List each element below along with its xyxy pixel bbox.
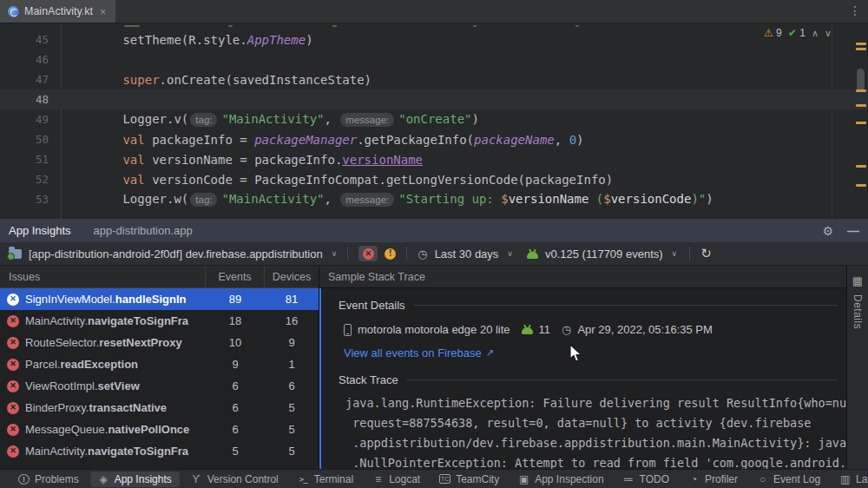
tab-title: MainActivity.kt (24, 5, 93, 17)
tool-window-button-version-control[interactable]: ϒVersion Control (183, 472, 286, 487)
panel-title: App Insights (9, 224, 71, 237)
tab-close-icon[interactable]: × (100, 5, 107, 18)
error-stripe[interactable] (854, 23, 868, 219)
tool-window-button-event-log[interactable]: ○Event Log (749, 472, 828, 487)
toolbar-separator (406, 247, 407, 260)
code-line[interactable]: 45 setTheme(R.style.AppTheme) (0, 30, 868, 49)
issue-row[interactable]: ✕MainActivity.navigateToSignFra1816 (0, 310, 319, 332)
project-folder-icon (9, 249, 22, 259)
time-range-selector[interactable]: Last 30 days (435, 247, 499, 260)
error-filter-icon: ✕ (363, 248, 374, 260)
passed-count: 1 (799, 27, 806, 39)
refresh-icon[interactable]: ↻ (700, 246, 712, 261)
tool-window-button-app-inspection[interactable]: ▣App Inspection (510, 472, 611, 487)
issue-row[interactable]: ✕BinderProxy.transactNative65 (0, 397, 319, 419)
code-line[interactable]: 53 Logger.w(tag:"MainActivity", message:… (0, 189, 868, 209)
tool-window-label: App Inspection (535, 473, 603, 485)
stack-trace-lines: java.lang.RuntimeException: Failure deli… (345, 393, 846, 469)
hide-panel-icon[interactable]: — (847, 224, 859, 238)
code-line[interactable]: 52 val versionCode = PackageInfoCompat.g… (0, 169, 868, 189)
android-icon (527, 252, 538, 259)
android-studio-window: MainActivity.kt × ⋮ 45 setTheme(R.style.… (0, 0, 868, 488)
issue-row[interactable]: ✕MainActivity.navigateToSignFra55 (0, 440, 319, 462)
app-insights-header: App Insights app-distribution.app ⚙ — (0, 219, 868, 242)
stack-trace-line[interactable]: .appdistribution/dev.firebase.appdistrib… (345, 433, 846, 453)
mouse-cursor (569, 344, 583, 363)
stack-pane-content[interactable]: Event Details motorola motorola edge 20 … (319, 288, 846, 469)
tool-window-button-todo[interactable]: ≔TODO (615, 472, 677, 487)
view-events-link[interactable]: View all events on Firebase ↗ (344, 346, 846, 359)
tool-window-button-problems[interactable]: !Problems (10, 472, 87, 487)
phone-icon (344, 324, 352, 336)
stack-trace-line[interactable]: java.lang.RuntimeException: Failure deli… (345, 393, 846, 413)
inspections-widget[interactable]: ⚠ 9 ✔ 1 ∧ ∨ (764, 27, 832, 39)
profiler-icon: ◔ (688, 473, 700, 485)
kotlin-file-icon (8, 6, 19, 17)
issue-row[interactable]: ✕ViewRootImpl.setView66 (0, 375, 319, 397)
tool-window-label: App Insights (115, 473, 172, 485)
app-inspection-icon: ▣ (518, 473, 529, 485)
issues-table: Issues Events Devices ✕SignInViewModel.h… (0, 266, 319, 469)
column-devices[interactable]: Devices (265, 266, 319, 287)
code-lines: 45 setTheme(R.style.AppTheme)4647 super.… (0, 30, 868, 209)
code-line[interactable]: 50 val packageInfo = packageManager.getP… (0, 129, 868, 149)
issue-row[interactable]: ✕MessageQueue.nativePollOnce65 (0, 419, 319, 440)
version-selector[interactable]: v0.125 (117709 events) (545, 247, 663, 260)
section-rule (414, 305, 838, 306)
issue-row[interactable]: ✕RouteSelector.resetNextProxy109 (0, 332, 319, 353)
app-insights-icon: ◈ (98, 473, 109, 485)
filter-errors-button[interactable]: ✕ (358, 246, 378, 261)
tab-options-kebab-icon[interactable]: ⋮ (849, 3, 861, 17)
stack-trace-line[interactable]: request=887554638, result=0, data=null} … (345, 413, 846, 433)
event-details-label: Event Details (339, 299, 405, 312)
os-version: 11 (539, 323, 551, 336)
tool-window-button-app-insights[interactable]: ◈App Insights (90, 472, 180, 487)
line-number: 50 (0, 133, 49, 146)
column-issues[interactable]: Issues (0, 266, 206, 287)
crash-icon: ✕ (7, 293, 19, 306)
line-number: 46 (0, 53, 49, 66)
terminal-icon: >_ (298, 475, 309, 484)
issue-row[interactable]: ✕Parcel.readException91 (0, 353, 319, 375)
issue-row[interactable]: ✕SignInViewModel.handleSignIn8981 (0, 288, 319, 310)
gear-icon[interactable]: ⚙ (822, 224, 833, 238)
stack-trace-line[interactable]: .NullPointerException: Attempt to read f… (345, 453, 846, 469)
event-device-row: motorola motorola edge 20 lite 11 ◷ Apr … (344, 323, 846, 336)
code-line[interactable]: 46 (0, 49, 868, 69)
line-number: 53 (0, 193, 49, 206)
code-editor[interactable]: 45 setTheme(R.style.AppTheme)4647 super.… (0, 23, 868, 219)
project-selector[interactable]: [app-distribution-android-2f0df] dev.fir… (29, 247, 323, 260)
issues-rows: ✕SignInViewModel.handleSignIn8981✕MainAc… (0, 288, 319, 462)
column-events[interactable]: Events (206, 266, 265, 287)
problems-icon: ! (18, 474, 30, 485)
layout-inspector-icon: ▥ (839, 473, 851, 485)
chevron-down-icon: ∨ (332, 249, 338, 258)
details-grid-icon[interactable]: ▦ (852, 274, 863, 287)
device-name: motorola motorola edge 20 lite (358, 323, 510, 336)
code-line[interactable]: 49 Logger.v(tag:"MainActivity", message:… (0, 109, 868, 129)
code-line[interactable]: 47 super.onCreate(savedInstanceState) (0, 69, 868, 89)
event-log-icon: ○ (757, 473, 768, 485)
tool-window-button-teamcity[interactable]: TCTeamCity (431, 472, 507, 487)
prev-issue-icon[interactable]: ∧ (812, 28, 819, 39)
tool-window-button-terminal[interactable]: >_Terminal (290, 472, 361, 487)
next-issue-icon[interactable]: ∨ (825, 28, 832, 39)
tool-window-bar: !Problems◈App InsightsϒVersion Control>_… (0, 469, 868, 488)
tool-window-button-layout-inspector[interactable]: ▥Layout I (832, 472, 868, 487)
line-number: 49 (0, 113, 49, 126)
warning-filter-icon[interactable]: ! (385, 248, 396, 260)
code-line[interactable]: 48 (0, 89, 868, 109)
details-tab-label[interactable]: Details (852, 294, 864, 329)
panel-tab-app-distribution[interactable]: app-distribution.app (94, 224, 193, 237)
tool-window-label: Problems (35, 473, 79, 485)
issues-table-header: Issues Events Devices (0, 266, 319, 288)
code-line[interactable]: 51 val versionName = packageInfo.version… (0, 149, 868, 169)
tool-window-label: Logcat (389, 473, 420, 485)
tool-window-button-logcat[interactable]: ≡Logcat (365, 472, 428, 487)
version-control-icon: ϒ (191, 473, 202, 485)
app-insights-toolbar: [app-distribution-android-2f0df] dev.fir… (0, 242, 868, 266)
tab-mainactivity[interactable]: MainActivity.kt × (0, 0, 115, 23)
tool-window-button-profiler[interactable]: ◔Profiler (681, 472, 746, 487)
scrollbar-thumb[interactable] (857, 69, 865, 91)
crash-icon: ✕ (7, 445, 19, 458)
